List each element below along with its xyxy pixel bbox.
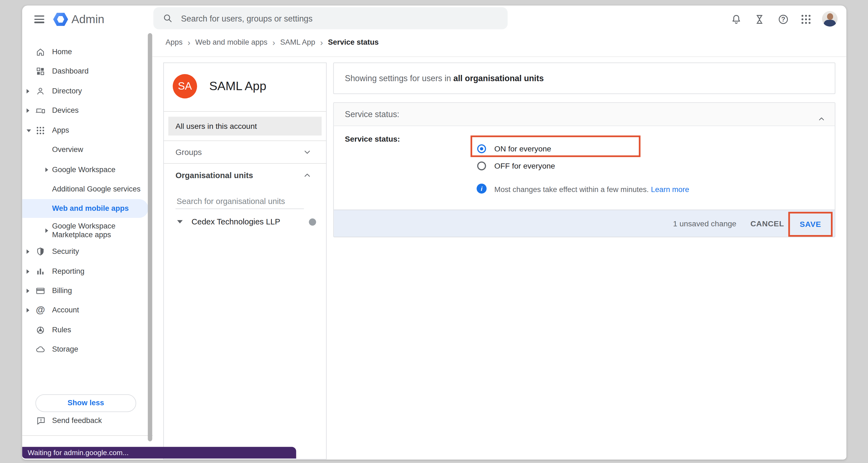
help-icon[interactable]: ? [777, 13, 789, 26]
show-less-button[interactable]: Show less [35, 394, 136, 412]
breadcrumb-item[interactable]: Apps [165, 38, 183, 46]
breadcrumb-item-current: Service status [328, 38, 379, 46]
person-icon [35, 86, 45, 96]
expand-right-icon [45, 229, 48, 233]
breadcrumb-separator: › [188, 37, 190, 47]
expand-right-icon [26, 108, 29, 113]
org-units-search-input[interactable] [176, 194, 304, 209]
search-icon [162, 13, 174, 24]
admin-console-window: Admin ? [22, 5, 846, 459]
cloud-icon [35, 344, 45, 355]
sidebar-item-apps[interactable]: Apps [22, 121, 148, 140]
send-feedback-button[interactable]: Send feedback [22, 411, 148, 431]
annotation-box-save: SAVE [788, 212, 833, 237]
radio-on-for-everyone[interactable] [477, 144, 486, 153]
expand-right-icon [26, 308, 29, 312]
sidebar-item-home[interactable]: Home [22, 42, 148, 62]
sidebar-item-rules[interactable]: Rules [22, 320, 148, 340]
save-button[interactable]: SAVE [790, 213, 831, 235]
expand-right-icon [26, 250, 29, 254]
sidebar-item-google-workspace[interactable]: Google Workspace [22, 160, 148, 180]
credit-card-icon [35, 286, 45, 296]
sidebar-item-billing[interactable]: Billing [22, 281, 148, 301]
sidebar-scrollbar[interactable] [148, 33, 152, 441]
top-header: Admin ? [22, 5, 846, 33]
sidebar-item-storage[interactable]: Storage [22, 340, 148, 360]
sidebar-item-account[interactable]: @ Account [22, 300, 148, 320]
sidebar-item-additional-google-services[interactable]: Additional Google services [22, 179, 148, 199]
sidebar-item-devices[interactable]: Devices [22, 101, 148, 121]
expand-down-icon [26, 129, 31, 132]
sidebar-item-dashboard[interactable]: Dashboard [22, 61, 148, 81]
hamburger-menu-icon[interactable] [34, 15, 44, 23]
scope-emphasis: all organisational units [453, 73, 544, 83]
feedback-icon [36, 416, 46, 426]
radio-off-for-everyone[interactable] [477, 162, 486, 170]
org-unit-tree-item[interactable]: Cedex Technologies LLP [164, 213, 326, 230]
chevron-down-icon [302, 147, 312, 157]
google-admin-logo-icon[interactable] [53, 13, 68, 26]
shield-icon [35, 247, 45, 257]
breadcrumb-separator: › [320, 37, 323, 47]
tasks-hourglass-icon[interactable] [753, 13, 766, 26]
collapse-chevron-up-icon[interactable] [816, 109, 827, 120]
radio-off-label[interactable]: OFF for everyone [494, 162, 555, 170]
scope-text: Showing settings for users in [345, 73, 453, 83]
learn-more-link[interactable]: Learn more [651, 185, 689, 193]
devices-icon [35, 106, 45, 116]
steering-wheel-icon [35, 325, 45, 335]
search-input[interactable] [180, 7, 490, 29]
global-search-bar[interactable] [153, 7, 507, 29]
cancel-button[interactable]: CANCEL [748, 210, 786, 237]
breadcrumb-item[interactable]: SAML App [280, 38, 315, 46]
service-status-card: Service status: Service status: ON for e… [333, 102, 835, 237]
home-icon [35, 47, 45, 57]
service-status-section-header[interactable]: Service status: [334, 103, 835, 126]
groups-section-toggle[interactable]: Groups [164, 140, 326, 163]
breadcrumb: Apps › Web and mobile apps › SAML App › … [165, 34, 379, 50]
screenshot-stage: Admin ? [0, 0, 868, 463]
sidebar-item-overview[interactable]: Overview [22, 140, 148, 160]
app-name: SAML App [209, 79, 266, 93]
breadcrumb-divider [152, 56, 846, 57]
apps-grid-icon [35, 126, 45, 136]
chevron-up-icon [302, 170, 312, 180]
breadcrumb-item[interactable]: Web and mobile apps [195, 38, 268, 46]
sidebar-divider [22, 435, 153, 436]
dashboard-icon [35, 66, 45, 76]
bar-chart-icon [35, 267, 45, 277]
notifications-bell-icon[interactable] [730, 13, 742, 26]
expand-right-icon [26, 269, 29, 274]
service-status-field-label: Service status: [345, 134, 400, 143]
expand-right-icon [45, 167, 48, 172]
help-glyph: ? [777, 14, 789, 25]
google-apps-grid-icon[interactable] [800, 13, 812, 26]
at-sign-icon: @ [35, 305, 45, 316]
panel-divider [164, 111, 326, 112]
expand-right-icon [26, 289, 29, 293]
org-unit-status-dot [309, 218, 316, 225]
org-units-section-toggle[interactable]: Organisational units [164, 163, 326, 187]
sidebar-nav: Home Dashboard Directory Devices Apps [22, 33, 153, 460]
sidebar-item-reporting[interactable]: Reporting [22, 261, 148, 282]
scope-banner: Showing settings for users in all organi… [333, 62, 835, 94]
sidebar-item-directory[interactable]: Directory [22, 81, 148, 101]
account-avatar[interactable] [822, 11, 837, 27]
info-text: Most changes take effect within a few mi… [494, 185, 689, 193]
info-icon: i [476, 184, 487, 194]
breadcrumb-separator: › [272, 37, 275, 47]
app-title: Admin [71, 5, 104, 33]
all-users-item[interactable]: All users in this account [168, 117, 321, 135]
expand-right-icon [26, 89, 29, 93]
browser-status-bubble: Waiting for admin.google.com... [22, 447, 296, 459]
radio-on-label[interactable]: ON for everyone [494, 144, 551, 153]
tree-expand-down-icon[interactable] [177, 220, 183, 223]
app-info-panel: SA SAML App All users in this account Gr… [163, 62, 327, 459]
unsaved-changes-bar: 1 unsaved change CANCEL [334, 210, 835, 237]
sidebar-item-gw-marketplace-apps[interactable]: Google Workspace Marketplace apps [22, 219, 148, 243]
sidebar-item-security[interactable]: Security [22, 241, 148, 261]
sidebar-item-web-and-mobile-apps[interactable]: Web and mobile apps [22, 199, 148, 218]
unsaved-change-count: 1 unsaved change [664, 210, 746, 237]
app-avatar: SA [173, 74, 197, 98]
